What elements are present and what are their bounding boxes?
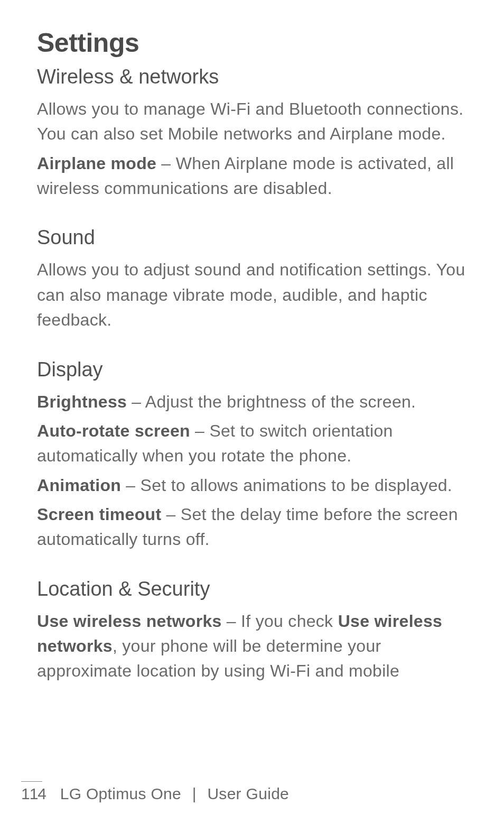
footer-product: LG Optimus One (60, 785, 181, 802)
page-title: Settings (37, 27, 467, 58)
timeout-text: Screen timeout – Set the delay time befo… (37, 502, 467, 552)
timeout-label: Screen timeout (37, 505, 161, 524)
page-number: 114 (21, 785, 46, 802)
wireless-intro-text: Allows you to manage Wi-Fi and Bluetooth… (37, 97, 467, 147)
airplane-mode-label: Airplane mode (37, 154, 156, 173)
autorotate-text: Auto-rotate screen – Set to switch orien… (37, 419, 467, 469)
section-heading-wireless: Wireless & networks (37, 66, 467, 88)
section-heading-sound: Sound (37, 226, 467, 249)
uwn-mid1: – If you check (222, 612, 338, 631)
uwn-label: Use wireless networks (37, 612, 222, 631)
footer-doc-type: User Guide (207, 785, 289, 802)
page-footer: 114 LG Optimus One | User Guide (0, 781, 504, 803)
sound-intro-text: Allows you to adjust sound and notificat… (37, 257, 467, 332)
section-heading-location: Location & Security (37, 578, 467, 600)
animation-text: Animation – Set to allows animations to … (37, 473, 467, 498)
animation-desc: – Set to allows animations to be display… (121, 476, 452, 495)
animation-label: Animation (37, 476, 121, 495)
autorotate-label: Auto-rotate screen (37, 421, 190, 440)
brightness-text: Brightness – Adjust the brightness of th… (37, 390, 467, 414)
section-heading-display: Display (37, 358, 467, 381)
brightness-desc: – Adjust the brightness of the screen. (127, 392, 416, 411)
airplane-mode-text: Airplane mode – When Airplane mode is ac… (37, 151, 467, 201)
footer-separator: | (192, 785, 197, 802)
footer-divider (21, 781, 42, 782)
use-wireless-networks-text: Use wireless networks – If you check Use… (37, 609, 467, 684)
brightness-label: Brightness (37, 392, 127, 411)
